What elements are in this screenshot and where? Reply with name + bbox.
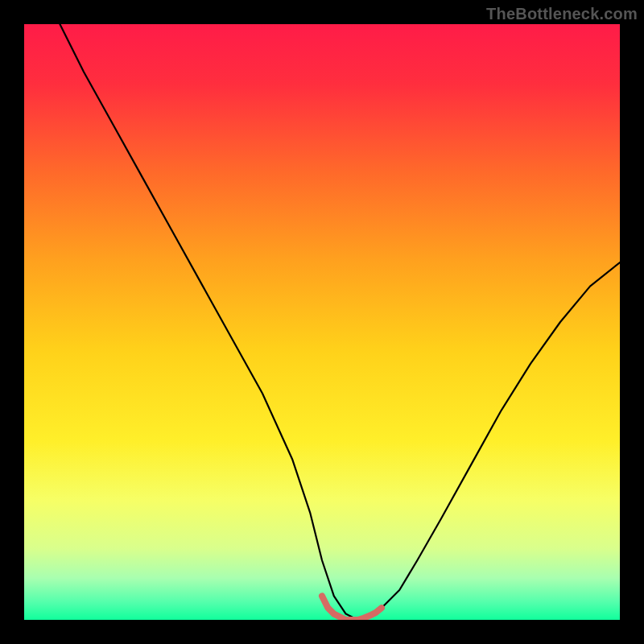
plot-svg — [24, 24, 620, 620]
plot-area — [24, 24, 620, 620]
gradient-background — [24, 24, 620, 620]
chart-frame: TheBottleneck.com — [0, 0, 644, 644]
watermark-text: TheBottleneck.com — [486, 5, 638, 23]
